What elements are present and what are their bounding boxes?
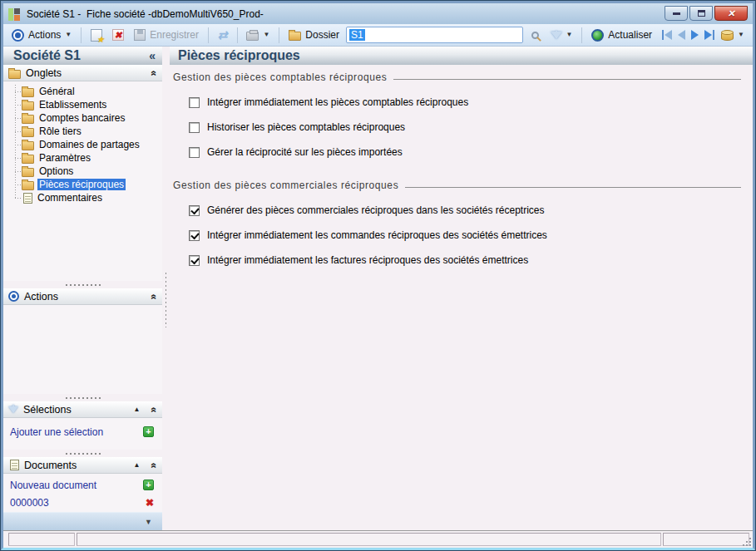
dossier-button[interactable]: Dossier (285, 27, 343, 42)
filter-button[interactable]: ▼ (547, 30, 576, 41)
search-input[interactable]: S1 (346, 27, 523, 43)
first-record-button[interactable] (662, 30, 672, 40)
panel-header-selections[interactable]: Sélections ▲ « (3, 401, 162, 418)
collapse-panel-icon[interactable]: « (149, 293, 161, 299)
dossier-button-label: Dossier (305, 29, 339, 41)
new-document-link[interactable]: Nouveau document (10, 480, 143, 491)
group-comptables-title: Gestion des pièces comptables réciproque… (173, 71, 387, 83)
panel-drag-handle[interactable] (3, 450, 162, 457)
search-button[interactable] (526, 30, 544, 41)
minimize-icon (673, 12, 680, 15)
tabs-tree: Général Etablissements Comptes bancaires… (3, 81, 162, 281)
close-button[interactable]: ✕ (714, 6, 748, 21)
panel-onglets-label: Onglets (26, 67, 146, 79)
save-button[interactable]: Enregistrer (131, 27, 202, 42)
toolbar-separator (279, 27, 279, 43)
previous-record-button[interactable] (678, 30, 685, 40)
checkbox-integrer-commandes-reciproques[interactable] (189, 230, 200, 241)
document-item-link[interactable]: 0000003 (10, 497, 146, 509)
page-title: Pièces réciproques (178, 48, 300, 63)
sidebar-item-comptes-bancaires[interactable]: Comptes bancaires (12, 111, 162, 125)
collapse-panel-icon[interactable]: « (149, 406, 161, 412)
scroll-up-icon[interactable]: ▲ (133, 461, 140, 469)
checkbox-row: Gérer la réciprocité sur les pièces impo… (189, 146, 744, 158)
checkbox-row: Historiser les pièces comptables récipro… (189, 121, 744, 133)
checkbox-integrer-factures-reciproques[interactable] (189, 255, 200, 266)
database-button[interactable]: ▼ (718, 28, 748, 42)
sidebar-item-etablissements[interactable]: Etablissements (12, 98, 162, 111)
toolbar: Actions ▼ ✖ Enregistrer ⇄ ▼ Dossier S1 ▼ (3, 24, 753, 47)
actions-menu-button[interactable]: Actions ▼ (8, 27, 75, 43)
print-button[interactable]: ▼ (243, 28, 273, 42)
panel-header-actions[interactable]: Actions « (3, 288, 162, 305)
folder-icon (22, 155, 34, 164)
minimize-button[interactable] (665, 6, 688, 21)
save-button-label: Enregistrer (150, 29, 199, 41)
database-icon (721, 32, 734, 41)
refresh-record-button[interactable]: ⇄ (215, 27, 231, 42)
new-record-icon (91, 29, 102, 42)
add-selection-link[interactable]: Ajouter une sélection (10, 426, 143, 438)
delete-document-button[interactable]: ✖ (146, 497, 154, 509)
main-panel: Pièces réciproques Gestion des pièces co… (170, 47, 753, 530)
toolbar-separator (208, 27, 209, 43)
printer-icon (246, 32, 259, 41)
sidebar-item-parametres[interactable]: Paramètres (12, 151, 162, 165)
status-cell-left (8, 533, 75, 546)
sidebar-item-pieces-reciproques[interactable]: Pièces réciproques (12, 178, 162, 191)
panel-drag-handle[interactable] (3, 394, 162, 401)
next-record-button[interactable] (691, 30, 699, 40)
scroll-up-icon[interactable]: ▲ (133, 406, 140, 413)
application-window: Société S1 - Fiche société -dbDemoMultiV… (0, 0, 756, 551)
refresh-icon: ⇄ (218, 29, 228, 41)
delete-record-button[interactable]: ✖ (109, 27, 127, 42)
checkbox-generer-pieces-commerciales[interactable] (189, 205, 200, 216)
documents-panel-body: Nouveau document + 0000003 ✖ (3, 474, 162, 512)
search-icon (531, 32, 539, 39)
sidebar-item-commentaires[interactable]: Commentaires (12, 191, 162, 204)
status-cell-right (663, 533, 749, 546)
checkbox-integrer-pieces-comptables[interactable] (189, 97, 200, 108)
next-record-icon (691, 30, 699, 40)
actualiser-button[interactable]: Actualiser (588, 27, 655, 43)
panel-selections-label: Sélections (23, 404, 128, 416)
resize-grip[interactable] (744, 539, 752, 547)
document-icon (10, 460, 19, 470)
actions-icon (8, 291, 19, 302)
refresh-globe-icon (591, 29, 604, 42)
checkbox-gerer-reciprocite-importees[interactable] (189, 147, 200, 158)
collapse-panel-icon[interactable]: « (149, 70, 161, 76)
filter-icon (8, 406, 18, 413)
new-record-button[interactable] (87, 27, 106, 43)
sidebar-collapse-button[interactable]: « (149, 49, 156, 62)
collapse-panel-icon[interactable]: « (149, 462, 161, 468)
search-input-value: S1 (349, 29, 365, 41)
sidebar-footer[interactable]: ▼ (3, 512, 162, 530)
folder-icon (22, 115, 34, 124)
previous-record-icon (678, 30, 685, 40)
sidebar-item-options[interactable]: Options (12, 165, 162, 178)
checkbox-row: Intégrer immédiatement les factures réci… (189, 254, 744, 266)
sidebar-item-role-tiers[interactable]: Rôle tiers (12, 125, 162, 138)
folder-icon (22, 168, 34, 177)
checkbox-historiser-pieces-comptables[interactable] (189, 122, 200, 133)
panel-header-documents[interactable]: Documents ▲ « (3, 457, 162, 474)
sidebar-splitter[interactable] (162, 47, 170, 530)
last-record-button[interactable] (704, 30, 714, 40)
panel-drag-handle[interactable] (3, 281, 162, 288)
toolbar-separator (237, 27, 238, 43)
sidebar-item-domaines-de-partages[interactable]: Domaines de partages (12, 138, 162, 151)
restore-button[interactable] (689, 6, 713, 21)
actions-panel-body (3, 305, 162, 394)
chevron-down-icon: ▼ (738, 32, 744, 38)
workspace: Société S1 « Onglets « Général Etablisse… (3, 47, 753, 530)
panel-header-onglets[interactable]: Onglets « (3, 65, 162, 81)
group-commerciales: Gestion des pièces commerciales réciproq… (173, 180, 744, 191)
folder-icon (22, 141, 34, 150)
sidebar-item-general[interactable]: Général (12, 85, 162, 98)
checkbox-row: Intégrer immédiatement les pièces compta… (189, 96, 744, 108)
add-document-button[interactable]: + (143, 480, 154, 490)
last-record-icon (713, 30, 714, 40)
titlebar[interactable]: Société S1 - Fiche société -dbDemoMultiV… (3, 3, 753, 24)
add-selection-button[interactable]: + (143, 426, 154, 437)
